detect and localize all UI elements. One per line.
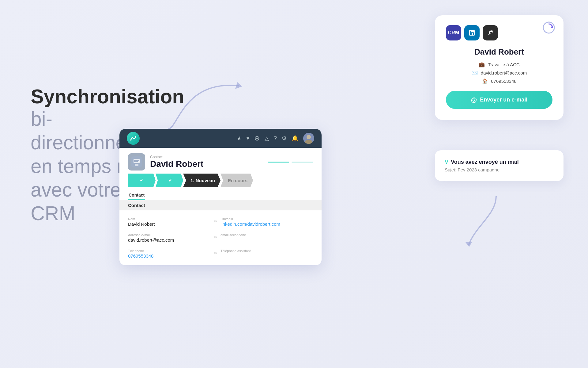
crm-contact-avatar <box>128 153 145 171</box>
arrow-left-down-icon <box>456 190 505 251</box>
crm-contact-info: Contact David Robert <box>150 155 203 169</box>
briefcase-icon: 💼 <box>479 62 485 67</box>
hero-title-bold: Synchronisation <box>31 86 159 107</box>
edit-email-icon[interactable]: ✏ <box>214 235 217 240</box>
contact-company-row: 💼 Travaille à ACC <box>446 62 552 67</box>
crm-field-phone-value[interactable]: 0769553348 <box>128 253 221 259</box>
contact-phone-row: 🏠 0769553348 <box>446 78 552 84</box>
crm-steps: ✓ ✓ 1. Nouveau En cours <box>119 174 322 187</box>
svg-rect-6 <box>134 159 140 163</box>
edit-phone-icon[interactable]: ✏ <box>214 251 217 255</box>
crm-field-phone: Téléphone 0769553348 ✏ <box>128 246 221 262</box>
svg-marker-2 <box>466 242 472 247</box>
alert-icon[interactable]: △ <box>265 135 269 142</box>
crm-logo <box>127 132 140 145</box>
svg-rect-9 <box>135 164 138 166</box>
contact-email-row: ✉️ david.robert@acc.com <box>446 70 552 76</box>
sync-icon <box>543 21 556 35</box>
header-line-light <box>292 162 313 163</box>
crm-field-email2: email secondaire <box>221 230 313 246</box>
crm-window: ★ ▾ ⊕ △ ? ⚙ 🔔 <box>119 129 322 265</box>
star-icon[interactable]: ★ <box>237 135 242 142</box>
svg-point-3 <box>307 135 311 139</box>
crm-section-title: Contact <box>119 200 322 210</box>
header-line-teal <box>268 162 289 163</box>
link-icon <box>483 25 498 40</box>
crm-field-nom: Nom David Robert ✏ <box>128 214 221 230</box>
crm-tab-contact[interactable]: Contact <box>128 190 145 200</box>
crm-contact-label: Contact <box>150 155 203 159</box>
crm-field-phone-assistant-label: Téléphone assistant <box>221 249 313 253</box>
mail-notification-title: VVous avez envoyé un mail <box>445 159 554 165</box>
vous-icon: V <box>445 159 448 165</box>
crm-step-3[interactable]: 1. Nouveau <box>183 174 221 187</box>
crm-field-email: Adresse e-mail david.robert@acc.com ✏ <box>128 230 221 246</box>
crm-contact-name: David Robert <box>150 159 203 169</box>
crm-field-phone-assistant: Téléphone assistant <box>221 246 313 262</box>
topbar-icons[interactable]: ★ ▾ ⊕ △ ? ⚙ 🔔 <box>237 133 314 144</box>
avatar[interactable] <box>303 133 314 144</box>
crm-step-1[interactable]: ✓ <box>128 174 156 187</box>
crm-step-2[interactable]: ✓ <box>156 174 183 187</box>
crm-field-email2-label: email secondaire <box>221 233 313 237</box>
crm-field-linkedin: Linkedin linkedin.com/davidrobert.com <box>221 214 313 230</box>
crm-icon: CRM <box>446 25 461 40</box>
crm-field-email-label: Adresse e-mail <box>128 233 221 237</box>
edit-nom-icon[interactable]: ✏ <box>214 219 217 224</box>
crm-fields: Nom David Robert ✏ Linkedin linkedin.com… <box>119 210 322 265</box>
send-email-button[interactable]: @ Envoyer un e-mail <box>446 91 552 109</box>
app-icons-row: CRM <box>446 25 552 40</box>
crm-tab-bar: Contact <box>119 190 322 200</box>
house-icon: 🏠 <box>482 78 488 84</box>
at-icon: @ <box>471 96 477 103</box>
crm-field-nom-label: Nom <box>128 217 221 221</box>
crm-field-phone-label: Téléphone <box>128 249 221 253</box>
help-icon[interactable]: ? <box>274 135 277 142</box>
linkedin-icon <box>464 25 480 40</box>
crm-field-linkedin-label: Linkedin <box>221 217 313 221</box>
email-icon: ✉️ <box>472 70 478 76</box>
crm-topbar: ★ ▾ ⊕ △ ? ⚙ 🔔 <box>119 129 322 148</box>
plus-icon[interactable]: ⊕ <box>254 134 260 142</box>
crm-header-lines <box>268 162 313 163</box>
contact-name: David Robert <box>446 47 552 57</box>
crm-contact-header: Contact David Robert <box>119 148 322 174</box>
svg-point-4 <box>305 140 312 144</box>
mail-subject: Sujet: Fev 2023 campagne <box>445 167 554 172</box>
crm-step-4[interactable]: En cours <box>221 174 253 187</box>
contact-card: CRM David Robert 💼 Travaille à ACC ✉️ da… <box>435 15 564 120</box>
crm-field-nom-value: David Robert <box>128 221 221 227</box>
bell-icon[interactable]: 🔔 <box>292 135 298 142</box>
settings-icon[interactable]: ⚙ <box>282 135 287 142</box>
mail-notification-card: VVous avez envoyé un mail Sujet: Fev 202… <box>435 150 564 181</box>
crm-field-linkedin-value: linkedin.com/davidrobert.com <box>221 221 313 227</box>
crm-field-email-value: david.robert@acc.com <box>128 237 221 243</box>
dropdown-icon[interactable]: ▾ <box>247 135 249 142</box>
